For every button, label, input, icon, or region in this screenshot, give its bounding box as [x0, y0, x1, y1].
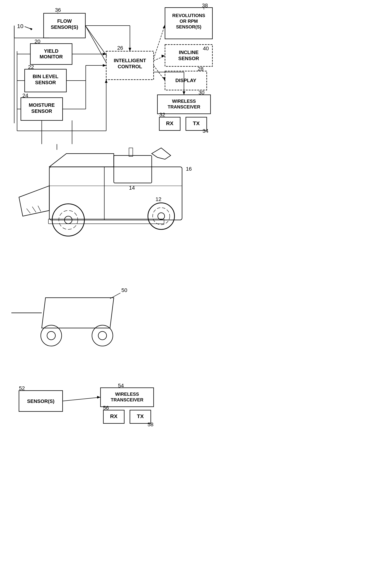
incline-label: INCLINE	[179, 50, 198, 55]
wireless-t2-label2: TRANSCEIVER	[111, 397, 143, 402]
svg-rect-47	[49, 167, 182, 220]
svg-point-67	[92, 325, 113, 346]
bin-level-label: BIN LEVEL	[33, 73, 58, 79]
ref-28: 28	[198, 66, 203, 72]
ref-38: 38	[202, 2, 208, 8]
svg-marker-41	[161, 54, 165, 57]
svg-line-40	[154, 56, 165, 61]
svg-line-70	[110, 293, 120, 299]
svg-rect-73	[103, 410, 124, 423]
svg-marker-29	[129, 48, 131, 51]
svg-rect-8	[165, 8, 213, 39]
yield-monitor-label2: MONITOR	[40, 54, 63, 59]
svg-line-51	[38, 206, 41, 211]
svg-point-53	[65, 216, 72, 224]
ref-52: 52	[19, 385, 25, 391]
display-label: DISPLAY	[176, 78, 196, 83]
svg-rect-4	[30, 44, 72, 64]
ref-34: 34	[203, 128, 208, 134]
flow-sensor-label: FLOW	[57, 18, 72, 24]
svg-marker-76	[97, 396, 101, 398]
svg-marker-46	[183, 91, 185, 95]
svg-rect-13	[159, 117, 180, 130]
ref-36: 36	[55, 7, 61, 13]
svg-line-38	[154, 25, 165, 59]
sensors2-label: SENSOR(S)	[27, 398, 54, 404]
svg-line-23	[85, 26, 107, 56]
svg-rect-58	[129, 148, 133, 156]
svg-point-54	[59, 211, 78, 230]
svg-marker-1	[29, 28, 32, 30]
ref-12: 12	[156, 196, 161, 202]
ref-30: 30	[198, 90, 204, 96]
svg-line-75	[63, 397, 101, 401]
incline-label2: SENSOR	[178, 55, 199, 61]
svg-marker-35	[103, 64, 106, 67]
svg-rect-12	[157, 95, 211, 114]
intelligent-control-label2: CONTROL	[118, 64, 142, 69]
svg-point-57	[153, 208, 170, 225]
svg-rect-7	[106, 51, 154, 80]
svg-point-52	[52, 204, 84, 236]
yield-monitor-label: YIELD	[44, 48, 59, 54]
svg-point-68	[98, 331, 107, 340]
svg-point-66	[47, 331, 55, 340]
ref-14: 14	[129, 185, 135, 191]
ref-26: 26	[117, 45, 123, 51]
ref-32: 32	[159, 112, 165, 118]
rpm-label2: OR RPM	[179, 18, 198, 24]
svg-line-0	[25, 27, 32, 29]
wireless-t1-label: WIRELESS	[172, 99, 196, 104]
svg-rect-48	[114, 156, 152, 183]
svg-point-55	[148, 203, 175, 230]
svg-marker-22	[105, 80, 107, 83]
svg-rect-72	[101, 388, 154, 407]
ref-58: 58	[147, 422, 153, 427]
ref-10: 10	[17, 23, 23, 29]
svg-marker-43	[163, 77, 165, 81]
ref-50: 50	[121, 287, 127, 293]
svg-marker-31	[103, 53, 106, 55]
combine-harvester	[19, 148, 182, 236]
svg-marker-39	[163, 25, 165, 28]
rx2-label: RX	[110, 413, 118, 419]
svg-rect-2	[44, 13, 85, 38]
ref-54: 54	[118, 383, 124, 389]
ref-22: 22	[28, 64, 34, 70]
svg-line-42	[154, 65, 165, 81]
moisture-label2: SENSOR	[31, 108, 52, 114]
svg-point-56	[158, 213, 165, 220]
wireless-t2-label: WIRELESS	[115, 392, 139, 397]
ref-20: 20	[35, 38, 40, 44]
tx1-label: TX	[193, 120, 200, 126]
svg-line-15	[85, 26, 106, 63]
rpm-label: REVOLUTIONS	[172, 13, 205, 18]
ref-24: 24	[22, 92, 28, 98]
svg-rect-14	[186, 117, 207, 130]
svg-rect-61	[48, 219, 164, 224]
bin-level-label2: SENSOR	[35, 80, 56, 85]
flow-sensor-label2: SENSOR(S)	[51, 24, 78, 30]
ref-16: 16	[186, 166, 192, 172]
svg-line-50	[32, 207, 36, 212]
svg-point-65	[41, 325, 62, 346]
svg-rect-10	[165, 45, 213, 66]
svg-rect-6	[21, 98, 63, 120]
tx2-label: TX	[137, 413, 144, 419]
wagon	[11, 298, 114, 346]
svg-rect-74	[130, 410, 151, 423]
ref-40: 40	[203, 46, 209, 51]
svg-line-49	[27, 209, 30, 213]
rx1-label: RX	[166, 120, 174, 126]
rpm-label3: SENSOR(S)	[176, 24, 201, 29]
moisture-label: MOISTURE	[29, 102, 55, 108]
wireless-t1-label2: TRANSCEIVER	[168, 104, 200, 109]
svg-rect-71	[19, 391, 63, 412]
diagram: 10 FLOW SENSOR(S) 36 YIELD MONITOR 20 BI…	[0, 0, 392, 573]
ref-56: 56	[103, 405, 109, 411]
intelligent-control-label: INTELLIGENT	[114, 58, 146, 63]
svg-rect-5	[25, 69, 66, 92]
svg-rect-11	[165, 71, 207, 90]
